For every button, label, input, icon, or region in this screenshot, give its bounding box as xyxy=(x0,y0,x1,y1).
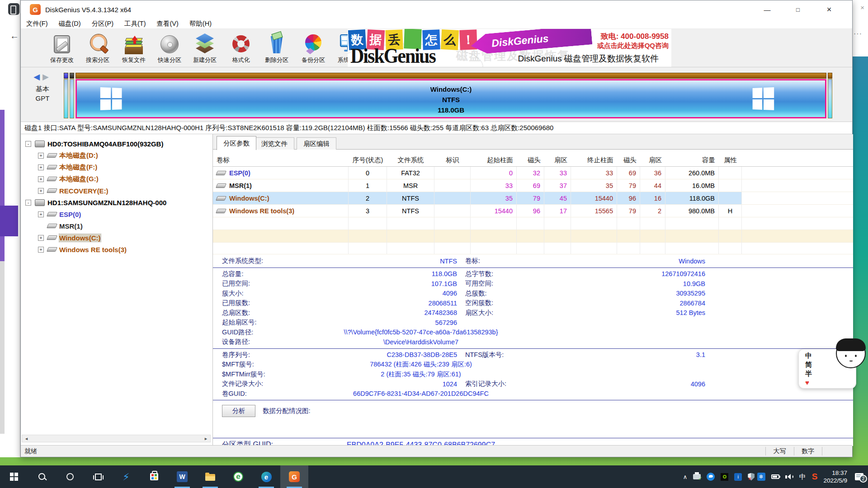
tree-item-hd1[interactable]: - HD1:SAMSUNGMZNLN128HAHQ-000 xyxy=(21,197,212,208)
taskbar-ie-browser[interactable]: e xyxy=(224,465,252,488)
heart-icon[interactable]: ♥ xyxy=(805,378,812,387)
quick-partition-button[interactable]: 快速分区 xyxy=(152,31,187,66)
expand-icon[interactable]: + xyxy=(38,164,44,170)
taskbar-cortana[interactable] xyxy=(56,465,84,488)
tree-item-windows-re-tools[interactable]: + Windows RE tools(3) xyxy=(21,244,212,255)
col-end-head[interactable]: 磁头 xyxy=(617,156,640,164)
ime-indicator[interactable]: 中 xyxy=(799,473,806,481)
tray-chevron-icon[interactable]: ∧ xyxy=(683,474,688,480)
tree-item-esp[interactable]: + ESP(0) xyxy=(21,208,212,220)
tree-item-local-disk-d[interactable]: + 本地磁盘(D:) xyxy=(21,150,212,161)
expand-icon[interactable]: + xyxy=(38,235,44,241)
banner-qq-link[interactable]: 或点击此处选择QQ咨询 xyxy=(597,42,669,50)
collapse-icon[interactable]: - xyxy=(25,141,31,147)
col-filesystem[interactable]: 文件系统 xyxy=(387,156,434,164)
task-view-button[interactable] xyxy=(84,465,112,488)
minimize-button[interactable]: — xyxy=(757,0,778,19)
taskbar-clock[interactable]: 18:37 2022/5/9 xyxy=(823,469,847,484)
tree-item-msr[interactable]: MSR(1) xyxy=(21,220,212,232)
collapse-icon[interactable]: - xyxy=(25,200,31,206)
ime-lang-chinese[interactable]: 中 xyxy=(805,351,812,360)
tab-partition-params[interactable]: 分区参数 xyxy=(217,136,256,150)
expand-icon[interactable]: + xyxy=(38,176,44,182)
col-end-sector[interactable]: 扇区 xyxy=(640,156,665,164)
snowflake-icon[interactable]: ❄ xyxy=(757,473,765,481)
expand-icon[interactable]: + xyxy=(38,247,44,253)
menu-disk[interactable]: 磁盘(D) xyxy=(59,19,81,28)
col-start-sector[interactable]: 扇区 xyxy=(544,156,571,164)
search-partition-button[interactable]: 搜索分区 xyxy=(80,31,115,66)
recover-files-button[interactable]: 恢复文件 xyxy=(116,31,151,66)
save-changes-button[interactable]: 保存更改 xyxy=(44,31,80,66)
tree-horizontal-scrollbar[interactable]: ◄ ► xyxy=(22,435,211,442)
tree-item-local-disk-g[interactable]: + 本地磁盘(G:) xyxy=(21,173,212,185)
close-button[interactable]: × xyxy=(819,0,840,19)
battery-icon[interactable] xyxy=(771,474,779,479)
taskbar-file-explorer[interactable] xyxy=(196,465,224,488)
new-partition-button[interactable]: 新建分区 xyxy=(187,31,222,66)
ime-halfwidth[interactable]: 半 xyxy=(805,369,812,378)
menu-partition[interactable]: 分区(P) xyxy=(92,19,113,28)
col-capacity[interactable]: 容量 xyxy=(665,156,719,164)
scroll-right-icon[interactable]: ► xyxy=(202,436,210,441)
printer-icon[interactable] xyxy=(693,474,701,479)
analyze-button[interactable]: 分析 xyxy=(222,405,255,417)
tree-item-hd0[interactable]: - HD0:TOSHIBAMQ04ABF100(932GB) xyxy=(21,138,212,150)
delete-partition-button[interactable]: 删除分区 xyxy=(259,31,294,66)
partition-block-windows-c[interactable]: Windows(C:) NTFS 118.0GB xyxy=(75,73,826,119)
store-icon xyxy=(150,473,158,480)
volume-icon[interactable] xyxy=(785,474,793,479)
intel-graphics-icon[interactable]: i xyxy=(734,473,742,481)
taskbar-thunder[interactable]: ⚡ xyxy=(112,465,140,488)
table-row-esp[interactable]: ESP(0) 0 FAT32 0 32 33 33 69 36 260.0MB xyxy=(213,167,853,179)
ime-simplified[interactable]: 简 xyxy=(805,360,812,369)
format-button[interactable]: 格式化 xyxy=(223,31,259,66)
detail-label: 卷序列号: xyxy=(222,351,317,359)
taskbar-search[interactable] xyxy=(28,465,56,488)
next-disk-icon[interactable]: ▶ xyxy=(42,72,52,81)
taskbar-diskgenius[interactable]: G xyxy=(280,465,308,488)
tree-item-windows-c[interactable]: + Windows(C:) xyxy=(21,232,212,244)
col-attributes[interactable]: 属性 xyxy=(719,156,742,164)
maximize-button[interactable]: □ xyxy=(788,0,808,19)
col-start-cylinder[interactable]: 起始柱面 xyxy=(471,156,517,164)
table-row-windows-re-tools[interactable]: Windows RE tools(3) 3 NTFS 15440 96 17 1… xyxy=(213,205,853,217)
ime-toolbar-panel[interactable]: 中 简 半 ♥ xyxy=(798,349,856,389)
taskbar-word[interactable]: W xyxy=(168,465,196,488)
table-row-windows-c[interactable]: Windows(C:) 2 NTFS 35 79 45 15440 96 16 … xyxy=(213,192,853,205)
col-index-status[interactable]: 序号(状态) xyxy=(349,156,387,164)
security-shield-icon[interactable]: × xyxy=(748,473,751,481)
expand-icon[interactable]: + xyxy=(38,188,44,194)
tree-item-local-disk-f[interactable]: + 本地磁盘(F:) xyxy=(21,161,212,173)
tree-item-recovery-e[interactable]: + RECOVERY(E:) xyxy=(21,185,212,197)
menu-view[interactable]: 查看(V) xyxy=(157,19,179,28)
menu-help[interactable]: 帮助(H) xyxy=(189,19,212,28)
expand-icon[interactable]: + xyxy=(38,153,44,159)
taskbar-edge[interactable]: e xyxy=(252,465,280,488)
scroll-left-icon[interactable]: ◄ xyxy=(22,436,31,441)
cell-end-sector: 2 xyxy=(640,205,665,217)
menu-tools[interactable]: 工具(T) xyxy=(124,19,146,28)
tab-sector-edit[interactable]: 扇区编辑 xyxy=(297,137,336,150)
table-row-msr[interactable]: MSR(1) 1 MSR 33 69 37 35 79 44 16.0MB xyxy=(213,179,853,192)
detail-value: 28068511 xyxy=(317,300,457,307)
notification-center-icon[interactable]: 2 xyxy=(855,473,863,480)
expand-icon[interactable]: + xyxy=(38,211,44,217)
tab-browse-files[interactable]: 浏览文件 xyxy=(255,137,294,150)
ad-banner[interactable]: 磁盘管理及数据恢复 数 据 丢 怎 么 ！ DiskGenius DiskGen… xyxy=(348,29,671,67)
partition-block-re-tools[interactable] xyxy=(828,73,832,119)
start-button[interactable] xyxy=(0,465,28,488)
sogou-icon[interactable]: S xyxy=(812,472,818,482)
nvidia-icon[interactable] xyxy=(721,473,728,481)
col-flag[interactable]: 标识 xyxy=(434,156,471,164)
menu-file[interactable]: 文件(F) xyxy=(26,19,48,28)
taskbar-store[interactable] xyxy=(140,465,168,488)
partition-block-msr[interactable] xyxy=(70,73,74,119)
tray-app-icon[interactable] xyxy=(707,473,715,481)
backup-partition-button[interactable]: 备份分区 xyxy=(296,31,331,66)
col-end-cylinder[interactable]: 终止柱面 xyxy=(571,156,617,164)
col-start-head[interactable]: 磁头 xyxy=(517,156,544,164)
prev-disk-icon[interactable]: ◀ xyxy=(33,72,42,81)
partition-block-esp[interactable] xyxy=(64,73,68,119)
col-volume-label[interactable]: 卷标 xyxy=(213,156,349,164)
